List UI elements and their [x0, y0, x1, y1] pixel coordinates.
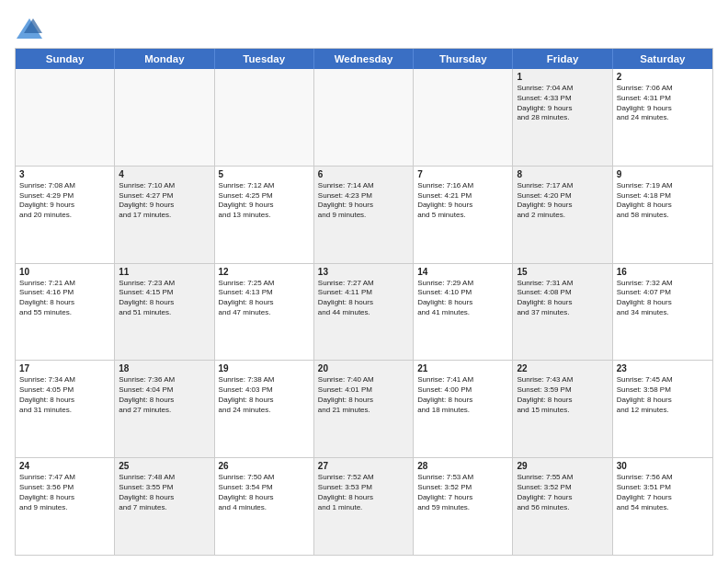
day-number: 19 [219, 363, 310, 373]
day-number: 26 [219, 461, 310, 471]
day-cell-17: 17Sunrise: 7:34 AMSunset: 4:05 PMDayligh… [16, 361, 115, 457]
day-cell-25: 25Sunrise: 7:48 AMSunset: 3:55 PMDayligh… [115, 458, 214, 555]
day-cell-9: 9Sunrise: 7:19 AMSunset: 4:18 PMDaylight… [613, 167, 712, 263]
day-cell-23: 23Sunrise: 7:45 AMSunset: 3:58 PMDayligh… [613, 361, 712, 457]
calendar-row-2: 3Sunrise: 7:08 AMSunset: 4:29 PMDaylight… [16, 166, 712, 263]
day-info: Sunrise: 7:27 AMSunset: 4:11 PMDaylight:… [318, 279, 409, 318]
header [15, 11, 713, 42]
day-info: Sunrise: 7:12 AMSunset: 4:25 PMDaylight:… [219, 181, 310, 221]
day-cell-22: 22Sunrise: 7:43 AMSunset: 3:59 PMDayligh… [513, 361, 612, 457]
empty-cell [215, 69, 314, 166]
day-cell-20: 20Sunrise: 7:40 AMSunset: 4:01 PMDayligh… [314, 361, 414, 457]
calendar-row-5: 24Sunrise: 7:47 AMSunset: 3:56 PMDayligh… [16, 457, 712, 555]
day-number: 11 [119, 267, 210, 277]
day-info: Sunrise: 7:23 AMSunset: 4:15 PMDaylight:… [119, 279, 210, 318]
day-info: Sunrise: 7:52 AMSunset: 3:53 PMDaylight:… [318, 473, 409, 512]
day-cell-5: 5Sunrise: 7:12 AMSunset: 4:25 PMDaylight… [215, 167, 314, 263]
calendar: SundayMondayTuesdayWednesdayThursdayFrid… [15, 48, 713, 556]
calendar-row-1: 1Sunrise: 7:04 AMSunset: 4:33 PMDaylight… [16, 69, 712, 166]
day-cell-18: 18Sunrise: 7:36 AMSunset: 4:04 PMDayligh… [115, 361, 214, 457]
day-cell-16: 16Sunrise: 7:32 AMSunset: 4:07 PMDayligh… [613, 264, 712, 361]
logo-icon [15, 17, 44, 42]
header-day-thursday: Thursday [414, 49, 513, 69]
day-number: 9 [617, 169, 709, 179]
day-number: 28 [417, 461, 508, 471]
day-number: 29 [517, 461, 608, 471]
day-number: 13 [318, 267, 409, 277]
day-info: Sunrise: 7:25 AMSunset: 4:13 PMDaylight:… [219, 279, 310, 318]
day-info: Sunrise: 7:47 AMSunset: 3:56 PMDaylight:… [19, 473, 110, 512]
day-cell-1: 1Sunrise: 7:04 AMSunset: 4:33 PMDaylight… [513, 69, 612, 166]
day-info: Sunrise: 7:10 AMSunset: 4:27 PMDaylight:… [119, 181, 210, 221]
header-day-sunday: Sunday [16, 49, 115, 69]
day-number: 12 [219, 267, 310, 277]
day-cell-2: 2Sunrise: 7:06 AMSunset: 4:31 PMDaylight… [613, 69, 712, 166]
day-cell-12: 12Sunrise: 7:25 AMSunset: 4:13 PMDayligh… [215, 264, 314, 361]
day-cell-10: 10Sunrise: 7:21 AMSunset: 4:16 PMDayligh… [16, 264, 115, 361]
day-number: 18 [119, 363, 210, 373]
logo [15, 15, 48, 42]
empty-cell [314, 69, 414, 166]
day-info: Sunrise: 7:45 AMSunset: 3:58 PMDaylight:… [617, 375, 709, 415]
day-info: Sunrise: 7:38 AMSunset: 4:03 PMDaylight:… [219, 375, 310, 415]
day-info: Sunrise: 7:31 AMSunset: 4:08 PMDaylight:… [517, 279, 608, 318]
day-cell-14: 14Sunrise: 7:29 AMSunset: 4:10 PMDayligh… [414, 264, 513, 361]
day-number: 27 [318, 461, 409, 471]
day-info: Sunrise: 7:34 AMSunset: 4:05 PMDaylight:… [19, 375, 110, 415]
day-number: 8 [517, 169, 608, 179]
page: SundayMondayTuesdayWednesdayThursdayFrid… [0, 0, 728, 563]
day-info: Sunrise: 7:53 AMSunset: 3:52 PMDaylight:… [417, 473, 508, 512]
day-number: 17 [19, 363, 110, 373]
day-info: Sunrise: 7:14 AMSunset: 4:23 PMDaylight:… [318, 181, 409, 221]
header-day-saturday: Saturday [613, 49, 712, 69]
day-info: Sunrise: 7:36 AMSunset: 4:04 PMDaylight:… [119, 375, 210, 415]
day-cell-15: 15Sunrise: 7:31 AMSunset: 4:08 PMDayligh… [513, 264, 612, 361]
day-number: 22 [517, 363, 608, 373]
day-info: Sunrise: 7:06 AMSunset: 4:31 PMDaylight:… [617, 84, 709, 123]
day-cell-7: 7Sunrise: 7:16 AMSunset: 4:21 PMDaylight… [414, 167, 513, 263]
day-cell-4: 4Sunrise: 7:10 AMSunset: 4:27 PMDaylight… [115, 167, 214, 263]
day-number: 20 [318, 363, 409, 373]
day-cell-27: 27Sunrise: 7:52 AMSunset: 3:53 PMDayligh… [314, 458, 414, 555]
day-cell-6: 6Sunrise: 7:14 AMSunset: 4:23 PMDaylight… [314, 167, 414, 263]
day-number: 16 [617, 267, 709, 277]
day-cell-3: 3Sunrise: 7:08 AMSunset: 4:29 PMDaylight… [16, 167, 115, 263]
header-day-wednesday: Wednesday [314, 49, 414, 69]
empty-cell [414, 69, 513, 166]
day-cell-24: 24Sunrise: 7:47 AMSunset: 3:56 PMDayligh… [16, 458, 115, 555]
day-number: 23 [617, 363, 709, 373]
calendar-body: 1Sunrise: 7:04 AMSunset: 4:33 PMDaylight… [16, 69, 712, 555]
day-number: 5 [219, 169, 310, 179]
day-number: 14 [417, 267, 508, 277]
day-cell-21: 21Sunrise: 7:41 AMSunset: 4:00 PMDayligh… [414, 361, 513, 457]
day-info: Sunrise: 7:55 AMSunset: 3:52 PMDaylight:… [517, 473, 608, 512]
day-info: Sunrise: 7:08 AMSunset: 4:29 PMDaylight:… [19, 181, 110, 221]
day-number: 7 [417, 169, 508, 179]
empty-cell [115, 69, 214, 166]
day-cell-8: 8Sunrise: 7:17 AMSunset: 4:20 PMDaylight… [513, 167, 612, 263]
day-info: Sunrise: 7:48 AMSunset: 3:55 PMDaylight:… [119, 473, 210, 512]
day-number: 10 [19, 267, 110, 277]
day-cell-26: 26Sunrise: 7:50 AMSunset: 3:54 PMDayligh… [215, 458, 314, 555]
day-number: 3 [19, 169, 110, 179]
day-number: 6 [318, 169, 409, 179]
day-info: Sunrise: 7:16 AMSunset: 4:21 PMDaylight:… [417, 181, 508, 221]
day-number: 21 [417, 363, 508, 373]
day-number: 30 [617, 461, 709, 471]
header-day-monday: Monday [115, 49, 214, 69]
day-cell-28: 28Sunrise: 7:53 AMSunset: 3:52 PMDayligh… [414, 458, 513, 555]
calendar-row-3: 10Sunrise: 7:21 AMSunset: 4:16 PMDayligh… [16, 263, 712, 361]
day-info: Sunrise: 7:21 AMSunset: 4:16 PMDaylight:… [19, 279, 110, 318]
day-number: 4 [119, 169, 210, 179]
day-info: Sunrise: 7:40 AMSunset: 4:01 PMDaylight:… [318, 375, 409, 415]
calendar-header: SundayMondayTuesdayWednesdayThursdayFrid… [16, 49, 712, 69]
day-info: Sunrise: 7:29 AMSunset: 4:10 PMDaylight:… [417, 279, 508, 318]
day-number: 15 [517, 267, 608, 277]
day-info: Sunrise: 7:41 AMSunset: 4:00 PMDaylight:… [417, 375, 508, 415]
day-info: Sunrise: 7:32 AMSunset: 4:07 PMDaylight:… [617, 279, 709, 318]
day-info: Sunrise: 7:50 AMSunset: 3:54 PMDaylight:… [219, 473, 310, 512]
day-cell-29: 29Sunrise: 7:55 AMSunset: 3:52 PMDayligh… [513, 458, 612, 555]
day-cell-13: 13Sunrise: 7:27 AMSunset: 4:11 PMDayligh… [314, 264, 414, 361]
day-number: 1 [517, 72, 608, 82]
header-day-tuesday: Tuesday [215, 49, 314, 69]
